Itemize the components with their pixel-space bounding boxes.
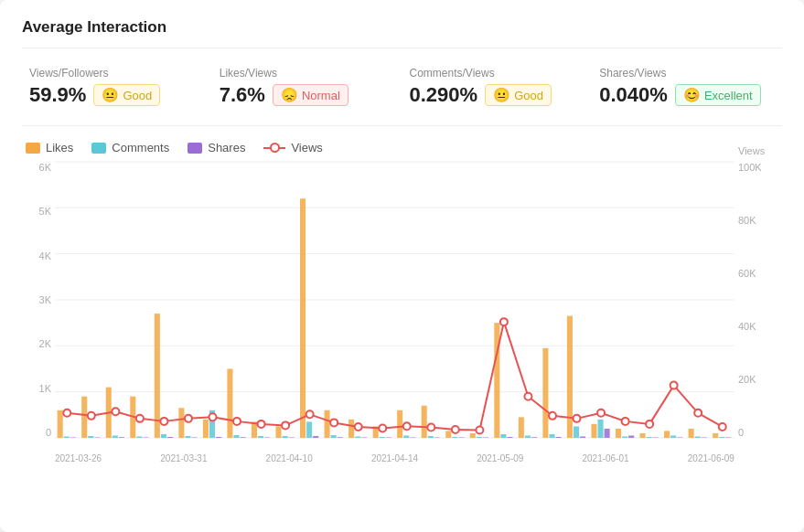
- badge-text: Normal: [302, 89, 340, 102]
- svg-point-141: [622, 418, 629, 425]
- svg-rect-70: [567, 316, 573, 438]
- svg-rect-76: [616, 429, 621, 438]
- badge-text: Good: [514, 89, 543, 102]
- metric-value-row: 0.290%😐Good: [410, 83, 585, 107]
- svg-rect-52: [422, 406, 427, 438]
- svg-line-109: [504, 322, 529, 397]
- svg-point-118: [63, 410, 70, 417]
- svg-rect-37: [300, 198, 306, 438]
- svg-rect-64: [519, 417, 524, 438]
- badge-emoji: 😐: [493, 87, 510, 103]
- svg-point-128: [306, 410, 314, 418]
- metric-value: 59.9%: [29, 83, 86, 107]
- svg-line-110: [528, 397, 552, 416]
- svg-point-121: [136, 415, 144, 422]
- svg-point-133: [427, 424, 434, 431]
- y-label-left: 1K: [39, 383, 51, 394]
- y-label-left: 2K: [39, 338, 51, 349]
- svg-line-116: [674, 386, 699, 413]
- svg-rect-40: [325, 410, 330, 438]
- y-label-left: 3K: [39, 294, 51, 305]
- metric-value-row: 59.9%😐Good: [29, 83, 205, 107]
- svg-line-115: [649, 386, 674, 424]
- svg-point-129: [330, 419, 338, 426]
- legend-label: Views: [291, 141, 322, 154]
- legend-color-box: [91, 143, 106, 154]
- metric-label: Views/Followers: [29, 67, 205, 80]
- y-label-left: 5K: [39, 206, 51, 217]
- svg-rect-82: [664, 431, 670, 438]
- legend-label: Likes: [46, 141, 73, 154]
- legend-color-box: [26, 143, 40, 154]
- svg-rect-74: [598, 420, 604, 438]
- svg-point-144: [694, 410, 702, 417]
- metric-value: 0.290%: [410, 83, 478, 107]
- svg-rect-22: [178, 408, 184, 438]
- svg-rect-73: [591, 424, 596, 438]
- y-label-right: 100K: [738, 162, 762, 173]
- badge-text: Excellent: [704, 89, 753, 102]
- legend-label: Shares: [208, 141, 245, 154]
- y-label-left: 6K: [39, 162, 51, 173]
- x-label: 2021-06-09: [688, 453, 734, 463]
- svg-rect-85: [689, 429, 694, 438]
- svg-point-136: [500, 318, 508, 325]
- svg-point-122: [160, 418, 167, 425]
- legend-line: [263, 147, 285, 149]
- badge-emoji: 😐: [102, 87, 119, 103]
- badge-emoji: 😞: [281, 87, 298, 103]
- svg-point-126: [258, 420, 265, 428]
- chart-area: [55, 162, 734, 438]
- card: Average Interaction Views/Followers59.9%…: [0, 0, 804, 532]
- svg-rect-38: [306, 421, 312, 438]
- svg-rect-49: [397, 410, 402, 438]
- svg-point-143: [670, 382, 678, 389]
- metric-value: 7.6%: [220, 83, 265, 107]
- svg-rect-28: [227, 369, 232, 439]
- y-label-left: 4K: [39, 250, 51, 261]
- svg-point-119: [88, 412, 95, 420]
- metric-badge: 😞Normal: [273, 84, 348, 106]
- y-label-right: 60K: [738, 268, 756, 279]
- x-label: 2021-03-26: [55, 453, 102, 463]
- svg-rect-34: [275, 426, 281, 438]
- svg-point-134: [452, 426, 459, 433]
- svg-rect-19: [155, 314, 160, 438]
- metric-value: 0.040%: [599, 83, 668, 107]
- x-label: 2021-03-31: [160, 453, 207, 463]
- svg-rect-43: [348, 420, 354, 438]
- svg-point-145: [719, 423, 726, 431]
- y-label-right: 20K: [738, 374, 756, 385]
- svg-rect-55: [445, 431, 451, 438]
- svg-point-132: [403, 422, 411, 430]
- x-axis: 2021-03-262021-03-312021-04-102021-04-14…: [55, 438, 734, 463]
- svg-point-138: [549, 412, 556, 420]
- legend-item-comments: Comments: [91, 141, 169, 154]
- svg-point-130: [355, 423, 362, 431]
- metric-badge: 😊Excellent: [675, 84, 761, 106]
- legend-color-box: [188, 143, 202, 154]
- page-title: Average Interaction: [22, 18, 782, 48]
- badge-text: Good: [123, 89, 152, 102]
- y-label-right: 80K: [738, 215, 756, 226]
- metric-item-shares-views: Shares/Views0.040%😊Excellent: [592, 63, 782, 111]
- metric-label: Likes/Views: [220, 67, 395, 80]
- svg-rect-25: [203, 420, 209, 438]
- svg-point-139: [574, 415, 581, 422]
- legend-label: Comments: [112, 141, 169, 154]
- svg-rect-7: [58, 410, 63, 438]
- metric-value-row: 7.6%😞Normal: [220, 83, 395, 107]
- svg-line-108: [479, 322, 504, 430]
- metric-label: Comments/Views: [410, 67, 585, 80]
- metric-item-likes-views: Likes/Views7.6%😞Normal: [212, 63, 402, 111]
- metric-value-row: 0.040%😊Excellent: [599, 83, 775, 107]
- y-label-left: 0: [46, 427, 51, 438]
- svg-rect-10: [81, 397, 87, 438]
- metric-item-views-followers: Views/Followers59.9%😐Good: [22, 63, 212, 111]
- legend-item-views: Views: [263, 141, 322, 154]
- svg-rect-71: [574, 426, 579, 438]
- metric-item-comments-views: Comments/Views0.290%😐Good: [402, 63, 593, 111]
- badge-emoji: 😊: [683, 87, 701, 103]
- svg-point-135: [476, 427, 483, 434]
- x-label: 2021-05-09: [477, 453, 523, 463]
